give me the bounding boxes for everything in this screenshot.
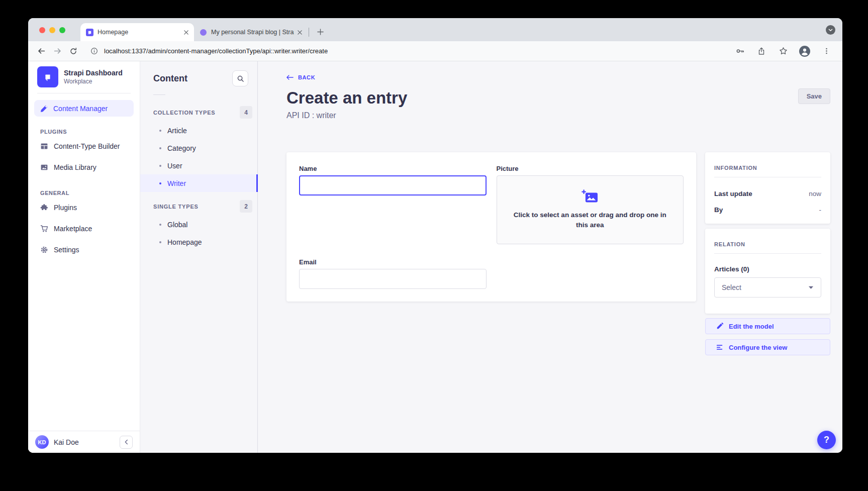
tab-separator (309, 28, 309, 37)
strapi-favicon-icon (85, 28, 93, 36)
workspace-name: Workplace (64, 78, 123, 85)
tab-search-chevron-icon[interactable] (826, 25, 835, 35)
subnav-item-user[interactable]: User (140, 157, 257, 174)
sidebar-item-marketplace[interactable]: Marketplace (28, 218, 140, 239)
single-types-count-badge: 2 (240, 200, 252, 213)
by-label: By (714, 206, 723, 214)
bookmark-star-icon[interactable] (776, 44, 790, 58)
browser-menu-icon[interactable] (819, 44, 833, 58)
panel-divider (714, 177, 821, 177)
sidebar-item-label: Media Library (54, 163, 97, 171)
picture-label: Picture (497, 165, 684, 172)
information-title: INFORMATION (714, 161, 821, 171)
tab-strapi-blog[interactable]: My personal Strapi blog | Strap (194, 23, 308, 41)
blog-favicon-icon (199, 28, 207, 36)
email-field: Email (299, 258, 487, 289)
email-input[interactable] (299, 269, 487, 289)
main-sidebar: Strapi Dashboard Workplace Content Manag… (28, 61, 140, 453)
subnav-item-label: Homepage (167, 238, 202, 246)
subnav-item-label: Writer (167, 179, 186, 187)
tab-title: Homepage (98, 29, 180, 36)
browser-toolbar: localhost:1337/admin/content-manager/col… (28, 41, 842, 61)
pen-icon (40, 105, 48, 113)
sidebar-item-label: Marketplace (54, 225, 92, 233)
new-tab-button[interactable] (314, 25, 327, 38)
back-arrow-icon (286, 74, 294, 80)
configure-lines-icon (716, 344, 723, 351)
configure-view-button[interactable]: Configure the view (705, 339, 830, 355)
search-button[interactable] (232, 70, 248, 86)
subnav-item-writer[interactable]: Writer (140, 174, 257, 192)
sidebar-item-plugins[interactable]: Plugins (28, 197, 140, 218)
name-input[interactable] (299, 175, 487, 195)
tab-title: My personal Strapi blog | Strap (211, 29, 294, 36)
sidebar-divider (37, 93, 131, 93)
search-icon (237, 75, 244, 82)
main-content: BACK Create an entry API ID : writer Sav… (258, 61, 842, 453)
chevron-down-icon (808, 285, 814, 289)
cart-icon (40, 225, 48, 233)
help-button[interactable]: ? (817, 431, 836, 449)
relation-title: RELATION (714, 238, 821, 247)
subnav-item-global[interactable]: Global (140, 216, 257, 233)
subnav-item-label: Category (167, 144, 196, 152)
collection-types-label: COLLECTION TYPES (153, 110, 215, 116)
entry-form-card: Name Picture (286, 152, 696, 302)
chevron-left-icon (124, 439, 129, 445)
picture-field: Picture Click to select an asset or drag… (497, 165, 684, 244)
close-window-button[interactable] (39, 27, 45, 33)
subnav-item-article[interactable]: Article (140, 122, 257, 139)
back-label: BACK (298, 74, 315, 80)
subnav-item-homepage[interactable]: Homepage (140, 233, 257, 251)
subnav-divider (153, 94, 165, 95)
back-button[interactable] (34, 44, 48, 58)
strapi-app: Strapi Dashboard Workplace Content Manag… (28, 61, 842, 453)
user-avatar: KD (35, 435, 49, 449)
minimize-window-button[interactable] (49, 27, 55, 33)
edit-model-button[interactable]: Edit the model (705, 318, 830, 334)
sidebar-item-label: Content Manager (53, 105, 108, 113)
tab-homepage[interactable]: Homepage (80, 23, 194, 41)
articles-select[interactable]: Select (714, 277, 821, 298)
sidebar-item-label: Plugins (54, 204, 77, 212)
subnav-item-label: Article (167, 127, 187, 135)
share-icon[interactable] (754, 44, 768, 58)
collection-types-count-badge: 4 (240, 106, 252, 119)
page-subtitle: API ID : writer (286, 111, 830, 120)
maximize-window-button[interactable] (59, 27, 65, 33)
reload-button[interactable] (66, 44, 80, 58)
media-image-icon (40, 163, 48, 171)
password-key-icon[interactable] (733, 44, 747, 58)
sidebar-item-settings[interactable]: Settings (28, 239, 140, 260)
name-field: Name (299, 165, 487, 244)
sidebar-footer: KD Kai Doe (28, 431, 140, 453)
workspace-switcher[interactable]: Strapi Dashboard Workplace (28, 61, 140, 93)
browser-tab-bar: Homepage My personal Strapi blog | Strap (28, 18, 842, 41)
add-picture-icon (582, 189, 599, 205)
address-bar[interactable]: localhost:1337/admin/content-manager/col… (90, 47, 727, 55)
sidebar-item-content-type-builder[interactable]: Content-Type Builder (28, 136, 140, 157)
pencil-icon (716, 323, 723, 330)
information-card: INFORMATION Last update now By - (705, 152, 830, 224)
name-label: Name (299, 165, 487, 172)
browser-profile-avatar[interactable] (798, 44, 812, 58)
sidebar-item-label: Settings (54, 246, 79, 254)
collapse-sidebar-button[interactable] (120, 436, 133, 449)
tab-close-icon[interactable] (183, 30, 189, 35)
sidebar-item-content-manager[interactable]: Content Manager (34, 100, 134, 117)
picture-dropzone[interactable]: Click to select an asset or drag and dro… (497, 175, 684, 244)
layout-icon (40, 142, 48, 150)
sidebar-item-media-library[interactable]: Media Library (28, 157, 140, 178)
tab-close-icon[interactable] (297, 30, 303, 35)
subnav-item-category[interactable]: Category (140, 139, 257, 157)
page-title: Create an entry (286, 88, 830, 108)
info-icon[interactable] (90, 47, 98, 55)
edit-model-label: Edit the model (729, 323, 774, 330)
save-button[interactable]: Save (798, 88, 830, 104)
forward-button[interactable] (50, 44, 64, 58)
app-name: Strapi Dashboard (64, 69, 123, 78)
email-label: Email (299, 258, 487, 266)
back-link[interactable]: BACK (286, 74, 315, 80)
url-text: localhost:1337/admin/content-manager/col… (104, 47, 328, 55)
relation-card: RELATION Articles (0) Select (705, 229, 830, 314)
